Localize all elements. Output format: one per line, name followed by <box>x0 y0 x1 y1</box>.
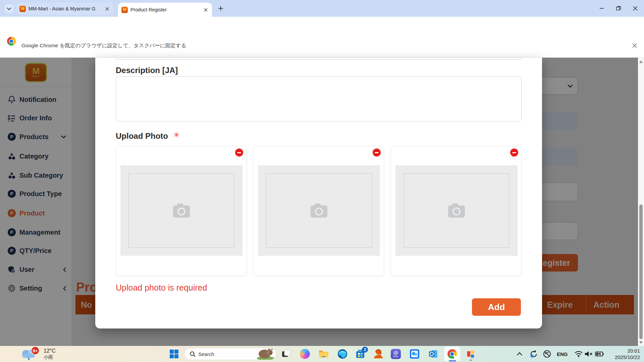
description-ja-label: Description [JA] <box>116 66 178 75</box>
window-controls <box>599 0 644 17</box>
page-scrollbar[interactable] <box>638 58 644 346</box>
default-browser-infobar: Google Chrome を既定のブラウザに設定して、タスクバーに固定する デ… <box>0 34 644 58</box>
windows-taskbar: 9+ 12°C 小雨 Search <box>0 346 644 362</box>
microsoft-store-icon[interactable]: 2 <box>355 348 366 360</box>
taskbar-clock[interactable]: 20:01 2025/10/22 <box>615 348 640 360</box>
photo-placeholder[interactable] <box>120 165 243 256</box>
file-explorer-icon[interactable] <box>318 348 329 360</box>
close-window-button[interactable] <box>633 6 638 11</box>
weather-widget[interactable]: 9+ <box>19 347 66 361</box>
upload-photo-text: Upload Photo <box>116 131 168 141</box>
description-ja-textarea[interactable] <box>116 76 522 121</box>
start-button[interactable] <box>168 348 180 360</box>
chrome-logo-icon <box>7 37 16 46</box>
mm-mart-favicon: M <box>19 6 26 12</box>
language-label: ENG <box>557 351 568 357</box>
copilot-icon[interactable] <box>299 348 311 360</box>
tab-title: MM-Mart - Asian & Myanmar G <box>29 6 96 11</box>
upload-required-error: Upload photo is required <box>116 283 207 293</box>
maximize-button[interactable] <box>616 6 621 11</box>
chrome-icon <box>447 349 457 359</box>
scroll-down-icon[interactable] <box>639 341 643 344</box>
photo-placeholder[interactable] <box>258 165 380 256</box>
sync-status-icon[interactable] <box>529 346 538 362</box>
required-asterisk: ✳ <box>173 131 179 139</box>
tab-mm-mart[interactable]: M MM-Mart - Asian & Myanmar G <box>16 3 113 15</box>
browser-tab-strip: M MM-Mart - Asian & Myanmar G M Product … <box>0 0 644 17</box>
camera-icon <box>310 203 328 218</box>
scrollbar-thumb[interactable] <box>639 204 643 339</box>
taskbar-search[interactable]: Search <box>184 348 276 360</box>
remove-photo-icon[interactable] <box>235 148 243 157</box>
clock-date: 2025/10/22 <box>615 354 640 360</box>
infobar-close-icon[interactable] <box>632 43 637 48</box>
do-not-disturb-icon[interactable] <box>543 346 551 362</box>
desktop-screen: M MM-Mart - Asian & Myanmar G M Product … <box>0 0 644 362</box>
admin-page: M mart Notification Order Info P Product… <box>0 58 644 346</box>
weather-text[interactable]: 12°C 小雨 <box>44 348 56 360</box>
search-label: Search <box>198 351 214 357</box>
volume-muted-icon[interactable] <box>584 346 593 362</box>
new-tab-button[interactable] <box>217 5 224 13</box>
upload-photo-card[interactable] <box>391 146 522 276</box>
clipped-input-edge <box>116 58 522 60</box>
edge-icon[interactable] <box>337 348 348 360</box>
product-register-modal: Description [JA] Upload Photo ✳ <box>95 58 542 328</box>
browser-toolbar: mmmart.jp/admin/productregister <box>0 17 644 34</box>
widgets-tiles-icon[interactable] <box>465 348 476 360</box>
tab-search-button[interactable] <box>5 4 13 13</box>
photo-placeholder[interactable] <box>395 165 518 256</box>
battery-icon[interactable] <box>595 346 604 362</box>
tab-close-icon[interactable] <box>104 6 110 12</box>
remove-photo-icon[interactable] <box>373 148 381 157</box>
weather-temperature: 12°C <box>44 348 56 354</box>
remove-photo-icon[interactable] <box>510 148 518 157</box>
chrome-active-indicator <box>449 360 456 361</box>
search-icon <box>190 351 196 357</box>
infobar-message: Google Chrome を既定のブラウザに設定して、タスクバーに固定する <box>21 42 186 49</box>
upload-photo-slots <box>116 146 522 276</box>
upload-photo-card[interactable] <box>116 146 247 276</box>
tray-show-hidden-icons[interactable] <box>517 346 522 362</box>
tab-product-register[interactable]: M Product Register <box>118 3 212 17</box>
store-badge: 2 <box>362 347 368 353</box>
upload-photo-label: Upload Photo ✳ <box>116 131 179 141</box>
camera-icon <box>172 203 191 218</box>
language-indicator[interactable]: ENG <box>557 346 568 362</box>
upload-photo-card[interactable] <box>253 146 384 276</box>
tab-title: Product Register <box>130 7 167 12</box>
chevron-down-icon <box>7 7 11 10</box>
weather-condition: 小雨 <box>44 354 56 360</box>
widgets-running-indicator <box>470 360 472 361</box>
outlook-icon[interactable] <box>428 348 439 360</box>
minimize-button[interactable] <box>599 6 604 11</box>
task-view-icon[interactable] <box>280 348 292 360</box>
weather-alert-badge: 9+ <box>31 346 40 355</box>
tab-close-icon[interactable] <box>203 7 209 13</box>
clock-time: 20:01 <box>615 348 640 354</box>
chrome-taskbar-button[interactable] <box>444 347 460 361</box>
search-highlight-animal-icon <box>255 348 276 360</box>
camera-icon <box>447 203 466 218</box>
menu-app-icon[interactable]: @menu <box>390 348 401 360</box>
product-register-favicon: M <box>121 7 128 13</box>
scroll-up-icon[interactable] <box>639 60 643 63</box>
wifi-icon[interactable] <box>574 346 583 362</box>
photos-app-icon[interactable] <box>409 348 420 360</box>
add-button[interactable]: Add <box>472 298 521 316</box>
support-agent-icon[interactable] <box>373 348 384 360</box>
